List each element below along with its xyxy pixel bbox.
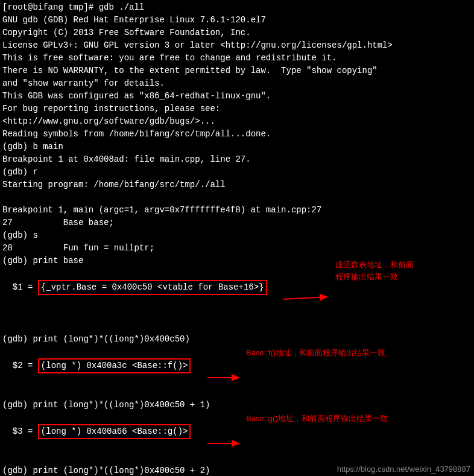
terminal-line: For bug reporting instructions, please s… — [2, 103, 472, 115]
annotation-base-g: Base::g()地址，和前面程序输出结果一致 — [246, 413, 388, 425]
terminal-line: (gdb) r — [2, 166, 472, 179]
terminal-line: Reading symbols from /home/bifang/src/tm… — [2, 128, 472, 141]
terminal-line: <http://www.gnu.org/software/gdb/bugs/>.… — [2, 115, 472, 128]
terminal-line: $3 = (long *) 0x400a66 <Base::g()> Base:… — [2, 411, 472, 465]
highlight-box-vtable: {_vptr.Base = 0x400c50 <vtable for Base+… — [38, 280, 267, 295]
terminal-line: (gdb) b main — [2, 141, 472, 153]
annotation-vtable-addr: 虚函数表地址，和前面 — [335, 259, 414, 271]
output-prefix: $2 = — [13, 361, 38, 370]
terminal-line: Copyright (C) 2013 Free Software Foundat… — [2, 27, 472, 39]
terminal-line: (gdb) print (long*)*((long*)0x400c50 + 1… — [2, 399, 472, 411]
terminal-line: License GPLv3+: GNU GPL version 3 or lat… — [2, 39, 472, 52]
annotation-vtable-addr-2: 程序输出结果一致 — [335, 271, 398, 283]
annotation-base-f: Base::f()地址，和前面程序输出结果一致 — [246, 347, 385, 359]
arrow-icon — [283, 268, 332, 330]
terminal-line: $2 = (long *) 0x400a3c <Base::f()> Base:… — [2, 346, 472, 399]
terminal-line: 27 Base base; — [2, 217, 472, 229]
terminal-line: [root@bifang tmp]# gdb ./all — [2, 1, 472, 14]
terminal-line: This GDB was configured as "x86_64-redha… — [2, 90, 472, 103]
terminal-line: This is free software: you are free to c… — [2, 52, 472, 65]
terminal-line: Breakpoint 1, main (argc=1, argv=0x7ffff… — [2, 204, 472, 217]
terminal-line: $1 = {_vptr.Base = 0x400c50 <vtable for … — [2, 267, 472, 333]
terminal-line: Starting program: /home/bifang/src/tmp/.… — [2, 179, 472, 191]
terminal-line — [2, 191, 472, 204]
terminal-line: GNU gdb (GDB) Red Hat Enterprise Linux 7… — [2, 14, 472, 27]
svg-line-1 — [283, 297, 327, 299]
output-prefix: $3 = — [13, 427, 38, 436]
terminal-line: (gdb) print (long*)*((long*)0x400c50) — [2, 333, 472, 346]
terminal-line: (gdb) s — [2, 229, 472, 242]
terminal-line: 28 Fun fun = nullptr; — [2, 242, 472, 255]
highlight-box-g: (long *) 0x400a66 <Base::g()> — [38, 424, 191, 439]
terminal-line: There is NO WARRANTY, to the extent perm… — [2, 65, 472, 77]
highlight-box-f: (long *) 0x400a3c <Base::f()> — [38, 358, 191, 373]
terminal-line: and "show warranty" for details. — [2, 77, 472, 90]
terminal-output: [root@bifang tmp]# gdb ./all GNU gdb (GD… — [2, 1, 472, 476]
output-prefix: $1 = — [13, 282, 38, 292]
watermark: https://blog.csdn.net/weixin_43798887 — [337, 463, 470, 475]
terminal-line: Breakpoint 1 at 0x4008ad: file main.cpp,… — [2, 153, 472, 166]
